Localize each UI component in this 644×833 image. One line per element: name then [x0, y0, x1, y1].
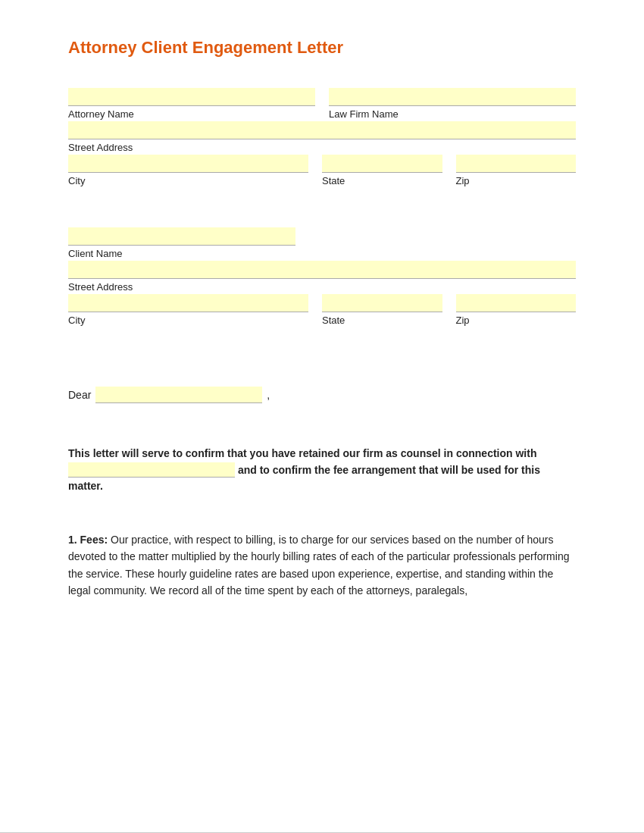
attorney-street-block: Street Address: [68, 121, 576, 153]
page: Attorney Client Engagement Letter Attorn…: [0, 0, 644, 833]
client-city-input[interactable]: [68, 294, 308, 312]
client-zip-block: Zip: [456, 294, 577, 326]
attorney-street-label: Street Address: [68, 142, 576, 153]
client-city-row: City State Zip: [68, 294, 576, 326]
law-firm-name-label: Law Firm Name: [329, 108, 576, 120]
fees-text: Our practice, with respect to billing, i…: [68, 534, 569, 597]
attorney-street-row: Street Address: [68, 121, 576, 153]
attorney-name-input[interactable]: [68, 88, 315, 106]
client-state-input[interactable]: [322, 294, 442, 312]
client-name-input[interactable]: [68, 227, 295, 246]
intro-text-1: This letter will serve to confirm that y…: [68, 447, 536, 459]
dear-label: Dear: [68, 389, 91, 401]
law-firm-name-block: Law Firm Name: [329, 88, 576, 120]
intro-paragraph: This letter will serve to confirm that y…: [68, 446, 576, 495]
attorney-street-input[interactable]: [68, 121, 576, 139]
connection-with-input[interactable]: [68, 462, 235, 478]
client-zip-label: Zip: [456, 315, 577, 326]
attorney-state-block: State: [322, 155, 442, 186]
intro-text-bold: This letter will serve to confirm that y…: [68, 447, 540, 492]
dear-row: Dear ,: [68, 387, 576, 403]
dear-input[interactable]: [95, 387, 262, 403]
client-name-block: Client Name: [68, 227, 295, 259]
attorney-city-label: City: [68, 175, 308, 186]
attorney-city-input[interactable]: [68, 155, 308, 173]
fees-label: 1. Fees:: [68, 534, 108, 546]
client-street-block: Street Address: [68, 261, 576, 293]
attorney-city-row: City State Zip: [68, 155, 576, 186]
client-state-block: State: [322, 294, 442, 326]
client-name-row: Client Name: [68, 227, 576, 259]
attorney-name-block: Attorney Name: [68, 88, 315, 120]
client-name-label: Client Name: [68, 248, 295, 259]
attorney-state-label: State: [322, 175, 442, 186]
attorney-zip-block: Zip: [456, 155, 577, 186]
attorney-name-row: Attorney Name Law Firm Name: [68, 88, 576, 120]
law-firm-name-input[interactable]: [329, 88, 576, 106]
client-zip-input[interactable]: [456, 294, 577, 312]
attorney-section: Attorney Name Law Firm Name Street Addre…: [68, 88, 576, 186]
dear-comma: ,: [267, 389, 270, 401]
attorney-city-block: City: [68, 155, 308, 186]
attorney-zip-label: Zip: [456, 175, 577, 186]
page-title: Attorney Client Engagement Letter: [68, 38, 576, 58]
client-city-label: City: [68, 315, 308, 326]
client-street-label: Street Address: [68, 281, 576, 293]
client-section: Client Name Street Address City State Zi…: [68, 227, 576, 326]
client-street-row: Street Address: [68, 261, 576, 293]
client-city-block: City: [68, 294, 308, 326]
client-street-input[interactable]: [68, 261, 576, 279]
attorney-zip-input[interactable]: [456, 155, 577, 173]
attorney-name-label: Attorney Name: [68, 108, 315, 120]
client-state-label: State: [322, 315, 442, 326]
fees-section: 1. Fees: Our practice, with respect to b…: [68, 531, 576, 600]
attorney-state-input[interactable]: [322, 155, 442, 173]
